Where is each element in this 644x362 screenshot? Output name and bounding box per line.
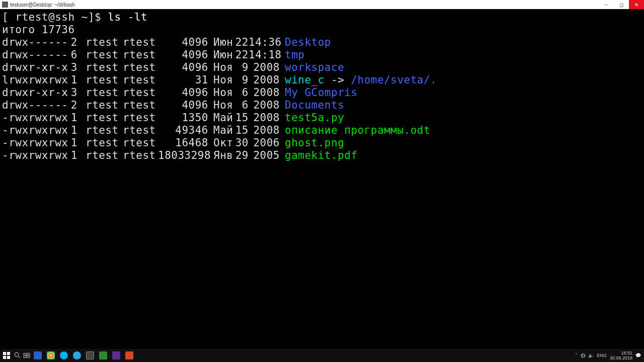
window-titlebar: testuser@Desktop: ~/di/bash ─ ◻ ✕ xyxy=(0,0,644,9)
taskbar-app-6[interactable] xyxy=(97,349,110,362)
search-button[interactable] xyxy=(13,349,22,362)
file-name: gamekit.pdf xyxy=(285,149,358,162)
ls-row: drwx------2rtestrtest4096Июн2214:36Deskt… xyxy=(2,36,453,49)
ls-row: lrwxrwxrwx1rtestrtest31Ноя92008wine_c ->… xyxy=(2,74,453,86)
ls-row: drwx------6rtestrtest4096Июн2214:18tmp xyxy=(2,49,453,61)
svg-rect-9 xyxy=(27,356,30,358)
ls-row: -rwxrwxrwx1rtestrtest18033298Янв292005ga… xyxy=(2,149,453,162)
tray-time: 16:51 xyxy=(610,350,632,355)
taskview-button[interactable] xyxy=(22,349,31,362)
file-name: Desktop xyxy=(285,36,331,49)
ls-listing: drwx------2rtestrtest4096Июн2214:36Deskt… xyxy=(2,36,453,162)
taskview-icon xyxy=(23,352,30,359)
file-name: Documents xyxy=(285,99,344,112)
tray-chevron-icon[interactable]: ˄ xyxy=(575,353,578,358)
taskbar-app-3[interactable] xyxy=(57,349,70,362)
terminal-pane[interactable]: [ rtest@ssh ~]$ ls -lt итого 17736 drwx-… xyxy=(0,9,453,346)
file-name: ghost.png xyxy=(285,137,344,149)
taskbar[interactable]: ˄ ⏻ 🔈 ENG 16:51 30.06.2018 💬 xyxy=(0,349,644,362)
search-icon xyxy=(14,352,21,359)
symlink-target: /home/sveta/. xyxy=(351,74,437,86)
ls-row: -rwxrwxrwx1rtestrtest16468Окт302006ghost… xyxy=(2,137,453,149)
command-text: ls -lt xyxy=(108,11,147,23)
app-icon xyxy=(86,351,94,359)
tray-clock[interactable]: 16:51 30.06.2018 xyxy=(610,350,632,360)
start-button[interactable] xyxy=(0,349,13,362)
ls-row: drwxr-xr-x3rtestrtest4096Ноя62008My GCom… xyxy=(2,86,453,99)
telegram-icon xyxy=(73,351,81,359)
windows-icon xyxy=(3,352,10,359)
prompt-open: [ xyxy=(2,11,15,23)
vs-icon xyxy=(112,351,120,359)
svg-line-5 xyxy=(19,356,21,358)
ls-row: drwx------2rtestrtest4096Ноя62008Documen… xyxy=(2,99,453,112)
taskbar-app-2[interactable] xyxy=(44,349,57,362)
file-name: test5a.py xyxy=(285,112,344,124)
tray-date: 30.06.2018 xyxy=(610,355,632,360)
svg-point-4 xyxy=(15,352,19,356)
window-title: testuser@Desktop: ~/di/bash xyxy=(10,2,75,8)
ls-row: -rwxrwxrwx1rtestrtest1350Май152008test5a… xyxy=(2,112,453,124)
svg-rect-6 xyxy=(24,353,26,355)
maximize-button[interactable]: ◻ xyxy=(614,0,629,9)
skype-icon xyxy=(60,351,68,359)
file-name: My GCompris xyxy=(285,86,358,99)
tray-language[interactable]: ENG xyxy=(597,353,607,358)
taskbar-app-8[interactable] xyxy=(123,349,136,362)
minimize-button[interactable]: ─ xyxy=(599,0,614,9)
tray-notifications-icon[interactable]: 💬 xyxy=(635,353,641,358)
file-name: workspace xyxy=(285,61,344,74)
svg-rect-2 xyxy=(3,356,6,359)
prompt-line: [ rtest@ssh ~]$ ls -lt xyxy=(2,11,453,24)
total-line: итого 17736 xyxy=(2,24,453,36)
app-icon xyxy=(2,2,8,8)
app-icon xyxy=(99,351,107,359)
tray-network-icon[interactable]: ⏻ xyxy=(581,353,585,358)
taskbar-app-4[interactable] xyxy=(70,349,84,362)
ls-row: drwxr-xr-x3rtestrtest4096Ноя92008workspa… xyxy=(2,61,453,74)
file-name: wine_c xyxy=(285,74,325,86)
taskbar-app-5[interactable] xyxy=(84,349,97,362)
app-icon xyxy=(34,351,42,359)
svg-rect-3 xyxy=(7,356,10,359)
svg-rect-0 xyxy=(3,352,6,355)
svg-rect-7 xyxy=(27,353,30,355)
app-icon xyxy=(125,351,133,359)
file-name: описание программы.odt xyxy=(285,124,430,137)
taskbar-app-7[interactable] xyxy=(110,349,123,362)
svg-rect-8 xyxy=(24,356,26,358)
chrome-icon xyxy=(47,351,55,359)
ls-row: -rwxrwxrwx1rtestrtest49346Май152008описа… xyxy=(2,124,453,137)
svg-rect-1 xyxy=(7,352,10,355)
system-tray[interactable]: ˄ ⏻ 🔈 ENG 16:51 30.06.2018 💬 xyxy=(572,350,644,360)
file-name: tmp xyxy=(285,49,304,61)
close-button[interactable]: ✕ xyxy=(629,0,644,9)
prompt-userhost: rtest@ssh xyxy=(15,11,74,23)
tray-volume-icon[interactable]: 🔈 xyxy=(588,353,594,358)
prompt-close: ]$ xyxy=(88,11,108,23)
prompt-path: ~ xyxy=(75,11,88,23)
taskbar-app-1[interactable] xyxy=(31,349,44,362)
